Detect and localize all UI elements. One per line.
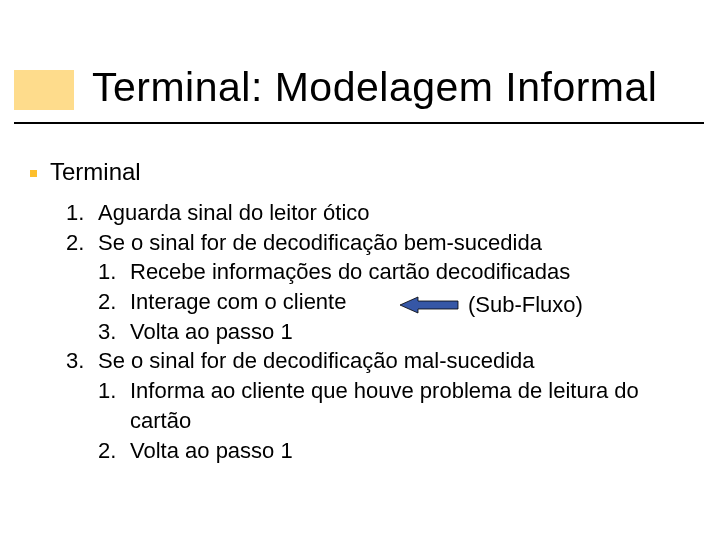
content-area: 1. Aguarda sinal do leitor ótico 2. Se o… bbox=[66, 198, 696, 465]
item-text: Volta ao passo 1 bbox=[130, 436, 696, 466]
item-number: 3. bbox=[98, 317, 130, 347]
item-number: 3. bbox=[66, 346, 98, 376]
item-number: 2. bbox=[66, 228, 98, 258]
item-number: 1. bbox=[98, 376, 130, 435]
item-number: 1. bbox=[66, 198, 98, 228]
slide-title: Terminal: Modelagem Informal bbox=[92, 64, 657, 111]
svg-marker-0 bbox=[400, 297, 458, 313]
item-number: 2. bbox=[98, 436, 130, 466]
annotation-label: (Sub-Fluxo) bbox=[468, 292, 583, 318]
title-underline bbox=[14, 122, 704, 124]
item-text: Aguarda sinal do leitor ótico bbox=[98, 198, 696, 228]
item-text: Se o sinal for de decodificação bem-suce… bbox=[98, 228, 696, 258]
outer-list: 1. Aguarda sinal do leitor ótico 2. Se o… bbox=[66, 198, 696, 465]
list-item: 2. Interage com o cliente bbox=[98, 287, 696, 317]
list-item: 1. Informa ao cliente que houve problema… bbox=[98, 376, 696, 435]
slide-title-block: Terminal: Modelagem Informal bbox=[14, 70, 706, 140]
item-number: 1. bbox=[98, 257, 130, 287]
item-text: Informa ao cliente que houve problema de… bbox=[130, 376, 696, 435]
list-item: 3. Volta ao passo 1 bbox=[98, 317, 696, 347]
list-item: 2. Volta ao passo 1 bbox=[98, 436, 696, 466]
item-text: Volta ao passo 1 bbox=[130, 317, 696, 347]
item-text: Se o sinal for de decodificação mal-suce… bbox=[98, 346, 696, 376]
annotation: (Sub-Fluxo) bbox=[400, 292, 583, 318]
item-number: 2. bbox=[98, 287, 130, 317]
list-item: 1. Recebe informações do cartão decodifi… bbox=[98, 257, 696, 287]
accent-box bbox=[14, 70, 74, 110]
list-item: 3. Se o sinal for de decodificação mal-s… bbox=[66, 346, 696, 465]
list-item: 2. Se o sinal for de decodificação bem-s… bbox=[66, 228, 696, 347]
sub-heading: Terminal bbox=[50, 158, 141, 186]
inner-list: 1. Informa ao cliente que houve problema… bbox=[66, 376, 696, 465]
list-item: 1. Aguarda sinal do leitor ótico bbox=[66, 198, 696, 228]
item-text: Recebe informações do cartão decodificad… bbox=[130, 257, 696, 287]
arrow-left-icon bbox=[400, 295, 460, 315]
inner-list: 1. Recebe informações do cartão decodifi… bbox=[66, 257, 696, 346]
bullet-square-icon bbox=[30, 170, 37, 177]
